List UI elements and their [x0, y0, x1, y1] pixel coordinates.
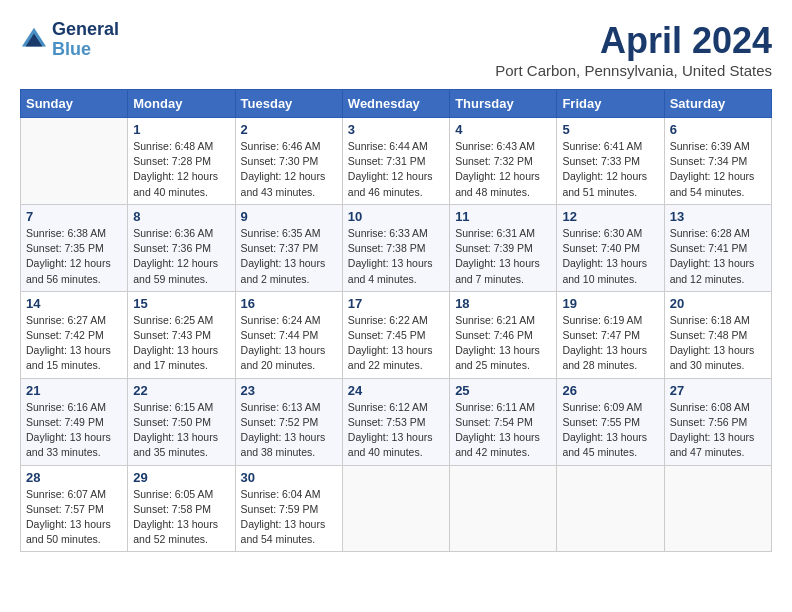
- day-number: 14: [26, 296, 122, 311]
- day-info: Sunrise: 6:44 AM Sunset: 7:31 PM Dayligh…: [348, 139, 444, 200]
- sunset-text: Sunset: 7:55 PM: [562, 416, 640, 428]
- day-number: 13: [670, 209, 766, 224]
- daylight-text: Daylight: 13 hours and 52 minutes.: [133, 518, 218, 545]
- calendar-cell: 2 Sunrise: 6:46 AM Sunset: 7:30 PM Dayli…: [235, 118, 342, 205]
- sunrise-text: Sunrise: 6:24 AM: [241, 314, 321, 326]
- day-number: 4: [455, 122, 551, 137]
- calendar-cell: 8 Sunrise: 6:36 AM Sunset: 7:36 PM Dayli…: [128, 204, 235, 291]
- calendar-cell: 12 Sunrise: 6:30 AM Sunset: 7:40 PM Dayl…: [557, 204, 664, 291]
- calendar-cell: 23 Sunrise: 6:13 AM Sunset: 7:52 PM Dayl…: [235, 378, 342, 465]
- sunset-text: Sunset: 7:30 PM: [241, 155, 319, 167]
- day-number: 6: [670, 122, 766, 137]
- day-number: 8: [133, 209, 229, 224]
- day-info: Sunrise: 6:19 AM Sunset: 7:47 PM Dayligh…: [562, 313, 658, 374]
- calendar-cell: 16 Sunrise: 6:24 AM Sunset: 7:44 PM Dayl…: [235, 291, 342, 378]
- day-of-week-header: Sunday: [21, 90, 128, 118]
- day-number: 28: [26, 470, 122, 485]
- sunrise-text: Sunrise: 6:30 AM: [562, 227, 642, 239]
- daylight-text: Daylight: 12 hours and 51 minutes.: [562, 170, 647, 197]
- sunrise-text: Sunrise: 6:28 AM: [670, 227, 750, 239]
- day-number: 26: [562, 383, 658, 398]
- day-of-week-header: Saturday: [664, 90, 771, 118]
- sunset-text: Sunset: 7:57 PM: [26, 503, 104, 515]
- calendar-body: 1 Sunrise: 6:48 AM Sunset: 7:28 PM Dayli…: [21, 118, 772, 552]
- daylight-text: Daylight: 13 hours and 38 minutes.: [241, 431, 326, 458]
- day-info: Sunrise: 6:33 AM Sunset: 7:38 PM Dayligh…: [348, 226, 444, 287]
- daylight-text: Daylight: 13 hours and 50 minutes.: [26, 518, 111, 545]
- sunset-text: Sunset: 7:48 PM: [670, 329, 748, 341]
- day-number: 9: [241, 209, 337, 224]
- day-info: Sunrise: 6:07 AM Sunset: 7:57 PM Dayligh…: [26, 487, 122, 548]
- daylight-text: Daylight: 13 hours and 4 minutes.: [348, 257, 433, 284]
- calendar-cell: 7 Sunrise: 6:38 AM Sunset: 7:35 PM Dayli…: [21, 204, 128, 291]
- day-info: Sunrise: 6:35 AM Sunset: 7:37 PM Dayligh…: [241, 226, 337, 287]
- day-of-week-header: Wednesday: [342, 90, 449, 118]
- sunset-text: Sunset: 7:34 PM: [670, 155, 748, 167]
- daylight-text: Daylight: 12 hours and 46 minutes.: [348, 170, 433, 197]
- day-info: Sunrise: 6:08 AM Sunset: 7:56 PM Dayligh…: [670, 400, 766, 461]
- sunset-text: Sunset: 7:32 PM: [455, 155, 533, 167]
- calendar-cell: [21, 118, 128, 205]
- sunrise-text: Sunrise: 6:33 AM: [348, 227, 428, 239]
- sunrise-text: Sunrise: 6:48 AM: [133, 140, 213, 152]
- calendar-cell: 29 Sunrise: 6:05 AM Sunset: 7:58 PM Dayl…: [128, 465, 235, 552]
- sunset-text: Sunset: 7:40 PM: [562, 242, 640, 254]
- logo: General Blue: [20, 20, 119, 60]
- daylight-text: Daylight: 13 hours and 42 minutes.: [455, 431, 540, 458]
- day-info: Sunrise: 6:09 AM Sunset: 7:55 PM Dayligh…: [562, 400, 658, 461]
- sunset-text: Sunset: 7:31 PM: [348, 155, 426, 167]
- day-info: Sunrise: 6:24 AM Sunset: 7:44 PM Dayligh…: [241, 313, 337, 374]
- calendar-cell: [450, 465, 557, 552]
- sunrise-text: Sunrise: 6:38 AM: [26, 227, 106, 239]
- day-info: Sunrise: 6:12 AM Sunset: 7:53 PM Dayligh…: [348, 400, 444, 461]
- day-of-week-header: Monday: [128, 90, 235, 118]
- day-info: Sunrise: 6:48 AM Sunset: 7:28 PM Dayligh…: [133, 139, 229, 200]
- day-number: 15: [133, 296, 229, 311]
- sunset-text: Sunset: 7:41 PM: [670, 242, 748, 254]
- calendar-cell: 30 Sunrise: 6:04 AM Sunset: 7:59 PM Dayl…: [235, 465, 342, 552]
- calendar-cell: 9 Sunrise: 6:35 AM Sunset: 7:37 PM Dayli…: [235, 204, 342, 291]
- calendar-cell: 27 Sunrise: 6:08 AM Sunset: 7:56 PM Dayl…: [664, 378, 771, 465]
- daylight-text: Daylight: 13 hours and 15 minutes.: [26, 344, 111, 371]
- calendar-cell: 14 Sunrise: 6:27 AM Sunset: 7:42 PM Dayl…: [21, 291, 128, 378]
- logo-icon: [20, 26, 48, 54]
- calendar-cell: 26 Sunrise: 6:09 AM Sunset: 7:55 PM Dayl…: [557, 378, 664, 465]
- daylight-text: Daylight: 13 hours and 7 minutes.: [455, 257, 540, 284]
- sunrise-text: Sunrise: 6:21 AM: [455, 314, 535, 326]
- daylight-text: Daylight: 13 hours and 12 minutes.: [670, 257, 755, 284]
- sunset-text: Sunset: 7:53 PM: [348, 416, 426, 428]
- daylight-text: Daylight: 13 hours and 17 minutes.: [133, 344, 218, 371]
- daylight-text: Daylight: 13 hours and 47 minutes.: [670, 431, 755, 458]
- day-number: 10: [348, 209, 444, 224]
- day-info: Sunrise: 6:15 AM Sunset: 7:50 PM Dayligh…: [133, 400, 229, 461]
- calendar-cell: 15 Sunrise: 6:25 AM Sunset: 7:43 PM Dayl…: [128, 291, 235, 378]
- sunrise-text: Sunrise: 6:19 AM: [562, 314, 642, 326]
- calendar-cell: 10 Sunrise: 6:33 AM Sunset: 7:38 PM Dayl…: [342, 204, 449, 291]
- sunrise-text: Sunrise: 6:07 AM: [26, 488, 106, 500]
- calendar-cell: 13 Sunrise: 6:28 AM Sunset: 7:41 PM Dayl…: [664, 204, 771, 291]
- calendar-cell: 22 Sunrise: 6:15 AM Sunset: 7:50 PM Dayl…: [128, 378, 235, 465]
- sunrise-text: Sunrise: 6:18 AM: [670, 314, 750, 326]
- daylight-text: Daylight: 12 hours and 43 minutes.: [241, 170, 326, 197]
- daylight-text: Daylight: 13 hours and 28 minutes.: [562, 344, 647, 371]
- daylight-text: Daylight: 13 hours and 40 minutes.: [348, 431, 433, 458]
- sunrise-text: Sunrise: 6:08 AM: [670, 401, 750, 413]
- title-block: April 2024 Port Carbon, Pennsylvania, Un…: [495, 20, 772, 79]
- calendar-week-row: 1 Sunrise: 6:48 AM Sunset: 7:28 PM Dayli…: [21, 118, 772, 205]
- calendar-cell: [342, 465, 449, 552]
- day-info: Sunrise: 6:18 AM Sunset: 7:48 PM Dayligh…: [670, 313, 766, 374]
- calendar-cell: 5 Sunrise: 6:41 AM Sunset: 7:33 PM Dayli…: [557, 118, 664, 205]
- day-number: 3: [348, 122, 444, 137]
- day-of-week-header: Friday: [557, 90, 664, 118]
- sunset-text: Sunset: 7:46 PM: [455, 329, 533, 341]
- day-number: 29: [133, 470, 229, 485]
- calendar-week-row: 7 Sunrise: 6:38 AM Sunset: 7:35 PM Dayli…: [21, 204, 772, 291]
- sunrise-text: Sunrise: 6:11 AM: [455, 401, 535, 413]
- calendar-table: SundayMondayTuesdayWednesdayThursdayFrid…: [20, 89, 772, 552]
- calendar-cell: 28 Sunrise: 6:07 AM Sunset: 7:57 PM Dayl…: [21, 465, 128, 552]
- calendar-cell: [557, 465, 664, 552]
- day-number: 7: [26, 209, 122, 224]
- day-info: Sunrise: 6:38 AM Sunset: 7:35 PM Dayligh…: [26, 226, 122, 287]
- day-of-week-header: Tuesday: [235, 90, 342, 118]
- day-number: 12: [562, 209, 658, 224]
